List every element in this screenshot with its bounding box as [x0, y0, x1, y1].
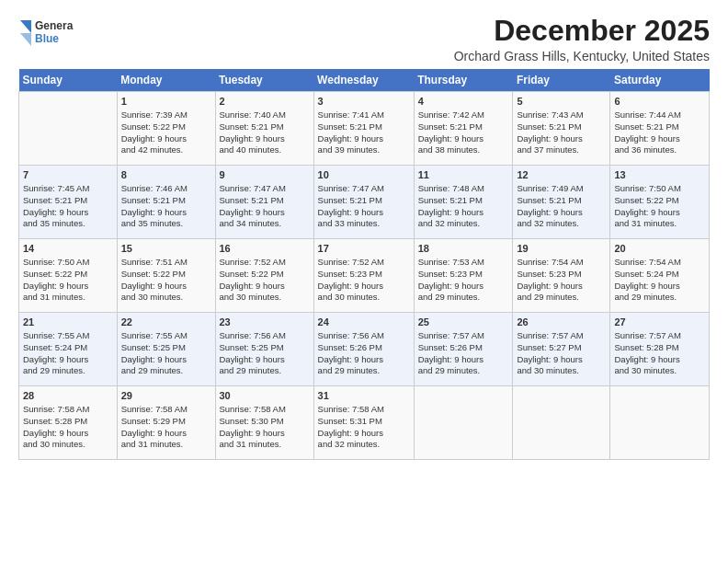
day-info-line: Sunset: 5:21 PM [418, 121, 509, 133]
day-number: 28 [23, 389, 113, 403]
day-cell: 21Sunrise: 7:55 AMSunset: 5:24 PMDayligh… [19, 313, 118, 386]
week-row-2: 7Sunrise: 7:45 AMSunset: 5:21 PMDaylight… [19, 166, 710, 239]
day-cell: 25Sunrise: 7:57 AMSunset: 5:26 PMDayligh… [414, 313, 513, 386]
day-info-line: and 29 minutes. [614, 292, 705, 304]
day-info-line: Sunset: 5:23 PM [318, 269, 410, 281]
day-number: 13 [614, 168, 705, 182]
day-info-line: Sunset: 5:21 PM [318, 195, 410, 207]
day-info-line: Sunrise: 7:51 AM [121, 257, 211, 269]
day-info-line: Daylight: 9 hours [418, 354, 509, 366]
day-number: 21 [23, 316, 113, 329]
logo: General Blue [18, 17, 74, 50]
day-info-line: Sunset: 5:25 PM [220, 342, 310, 354]
day-number: 25 [418, 316, 509, 329]
day-info-line: and 30 minutes. [23, 439, 113, 451]
day-info-line: Sunset: 5:22 PM [121, 121, 211, 133]
day-info-line: Sunrise: 7:43 AM [517, 109, 606, 121]
day-info-line: and 31 minutes. [23, 292, 113, 304]
day-info-line: Sunrise: 7:41 AM [318, 109, 410, 121]
day-info-line: Sunset: 5:21 PM [318, 121, 410, 133]
location-title: Orchard Grass Hills, Kentucky, United St… [454, 49, 710, 63]
day-number: 14 [23, 242, 113, 256]
day-info-line: Sunrise: 7:39 AM [121, 109, 211, 121]
day-number: 31 [318, 389, 410, 403]
day-cell: 7Sunrise: 7:45 AMSunset: 5:21 PMDaylight… [19, 166, 118, 239]
day-info-line: Daylight: 9 hours [121, 207, 211, 219]
header-cell-monday: Monday [117, 69, 215, 92]
day-info-line: Daylight: 9 hours [318, 133, 410, 145]
day-number: 17 [318, 242, 410, 256]
day-info-line: Daylight: 9 hours [614, 133, 705, 145]
day-number: 10 [318, 168, 410, 182]
day-info-line: Sunrise: 7:48 AM [418, 183, 509, 195]
day-info-line: Daylight: 9 hours [220, 428, 310, 440]
week-row-3: 14Sunrise: 7:50 AMSunset: 5:22 PMDayligh… [19, 239, 710, 313]
day-info-line: Daylight: 9 hours [220, 207, 310, 219]
day-cell [610, 386, 710, 460]
day-cell: 22Sunrise: 7:55 AMSunset: 5:25 PMDayligh… [117, 313, 215, 386]
day-info-line: and 29 minutes. [220, 365, 310, 377]
day-info-line: Daylight: 9 hours [517, 354, 606, 366]
day-cell: 23Sunrise: 7:56 AMSunset: 5:25 PMDayligh… [215, 313, 313, 386]
day-info-line: Sunrise: 7:50 AM [614, 183, 705, 195]
day-info-line: Daylight: 9 hours [517, 207, 606, 219]
day-info-line: and 32 minutes. [318, 439, 410, 451]
day-info-line: Daylight: 9 hours [318, 281, 410, 293]
day-number: 2 [220, 95, 310, 109]
day-info-line: Sunrise: 7:53 AM [418, 257, 509, 269]
day-info-line: and 33 minutes. [318, 218, 410, 230]
day-info-line: and 29 minutes. [23, 365, 113, 377]
day-info-line: Sunrise: 7:57 AM [517, 330, 606, 342]
day-info-line: Sunset: 5:21 PM [517, 121, 606, 133]
day-cell: 19Sunrise: 7:54 AMSunset: 5:23 PMDayligh… [513, 239, 610, 313]
week-row-1: 1Sunrise: 7:39 AMSunset: 5:22 PMDaylight… [19, 92, 710, 166]
day-info-line: and 35 minutes. [121, 218, 211, 230]
day-info-line: and 38 minutes. [418, 144, 509, 156]
day-cell: 4Sunrise: 7:42 AMSunset: 5:21 PMDaylight… [414, 92, 513, 166]
day-info-line: Sunrise: 7:55 AM [121, 330, 211, 342]
day-info-line: Sunset: 5:26 PM [418, 342, 509, 354]
day-info-line: Sunset: 5:21 PM [220, 121, 310, 133]
day-cell: 29Sunrise: 7:58 AMSunset: 5:29 PMDayligh… [117, 386, 215, 460]
day-info-line: Sunrise: 7:58 AM [220, 404, 310, 416]
day-info-line: Sunset: 5:21 PM [23, 195, 113, 207]
header-cell-sunday: Sunday [19, 69, 118, 92]
day-info-line: Sunset: 5:24 PM [614, 269, 705, 281]
day-info-line: and 30 minutes. [318, 292, 410, 304]
day-info-line: Sunrise: 7:56 AM [318, 330, 410, 342]
day-info-line: Sunset: 5:26 PM [318, 342, 410, 354]
day-cell: 16Sunrise: 7:52 AMSunset: 5:22 PMDayligh… [215, 239, 313, 313]
day-number: 27 [614, 316, 705, 329]
day-info-line: Sunrise: 7:46 AM [121, 183, 211, 195]
day-cell: 2Sunrise: 7:40 AMSunset: 5:21 PMDaylight… [215, 92, 313, 166]
day-info-line: Sunrise: 7:42 AM [418, 109, 509, 121]
day-info-line: Sunset: 5:22 PM [220, 269, 310, 281]
day-info-line: Daylight: 9 hours [121, 428, 211, 440]
header-cell-thursday: Thursday [414, 69, 513, 92]
day-info-line: Sunset: 5:21 PM [614, 121, 705, 133]
calendar-table: SundayMondayTuesdayWednesdayThursdayFrid… [18, 69, 710, 460]
day-cell [414, 386, 513, 460]
day-cell: 15Sunrise: 7:51 AMSunset: 5:22 PMDayligh… [117, 239, 215, 313]
day-cell: 10Sunrise: 7:47 AMSunset: 5:21 PMDayligh… [313, 166, 414, 239]
day-info-line: and 42 minutes. [121, 144, 211, 156]
day-info-line: Sunrise: 7:56 AM [220, 330, 310, 342]
header-cell-friday: Friday [513, 69, 610, 92]
day-info-line: Daylight: 9 hours [614, 281, 705, 293]
day-number: 4 [418, 95, 509, 109]
day-number: 16 [220, 242, 310, 256]
day-info-line: and 37 minutes. [517, 144, 606, 156]
day-info-line: Daylight: 9 hours [418, 133, 509, 145]
day-info-line: Daylight: 9 hours [220, 354, 310, 366]
day-info-line: and 35 minutes. [23, 218, 113, 230]
day-cell: 11Sunrise: 7:48 AMSunset: 5:21 PMDayligh… [414, 166, 513, 239]
header-row: SundayMondayTuesdayWednesdayThursdayFrid… [19, 69, 710, 92]
day-info-line: and 32 minutes. [517, 218, 606, 230]
day-info-line: and 29 minutes. [418, 292, 509, 304]
day-info-line: Sunset: 5:25 PM [121, 342, 211, 354]
header-cell-tuesday: Tuesday [215, 69, 313, 92]
day-info-line: Sunset: 5:21 PM [418, 195, 509, 207]
calendar-page: General Blue December 2025 Orchard Grass… [0, 0, 728, 563]
day-number: 18 [418, 242, 509, 256]
day-info-line: and 30 minutes. [121, 292, 211, 304]
